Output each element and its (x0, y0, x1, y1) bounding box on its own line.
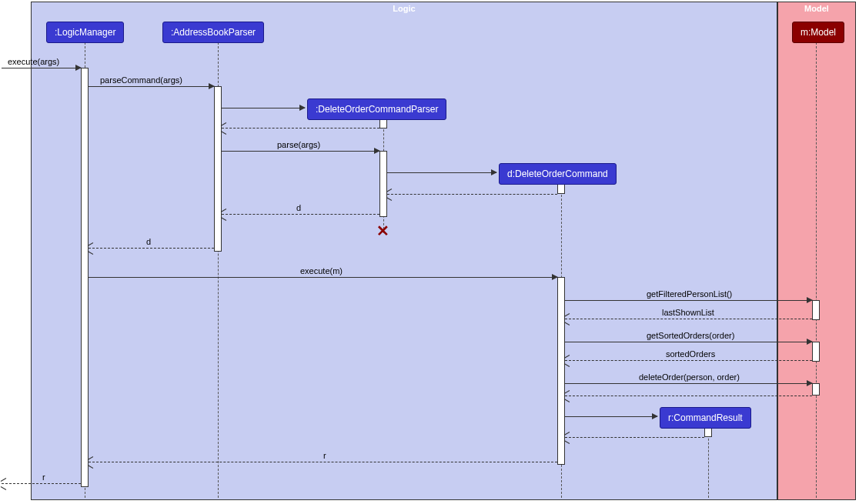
label-execute-args: execute(args) (8, 57, 59, 66)
label-execute-m: execute(m) (300, 266, 343, 275)
participant-result: r:CommandResult (660, 407, 751, 429)
activation-model-2 (812, 342, 820, 362)
label-last-shown: lastShownList (662, 308, 714, 317)
frame-model-title: Model (804, 4, 829, 13)
participant-doc-parser: :DeleteOrderCommandParser (307, 98, 446, 120)
participant-logic-manager: :LogicManager (46, 22, 124, 43)
msg-create-cr (565, 416, 657, 417)
msg-return-r1 (89, 462, 557, 462)
msg-get-sorted (565, 342, 812, 342)
activation-docp-2 (379, 151, 387, 217)
msg-create-docp (222, 108, 305, 108)
label-get-filtered: getFilteredPersonList() (647, 289, 732, 299)
participant-parser: :AddressBookParser (162, 22, 264, 43)
label-delete-order: deleteOrder(person, order) (639, 372, 740, 382)
msg-return-cr (565, 437, 704, 438)
label-return-d2: d (146, 237, 151, 246)
msg-create-doc (387, 172, 496, 173)
label-get-sorted: getSortedOrders(order) (647, 331, 734, 340)
msg-delete-return (565, 396, 812, 396)
msg-execute-m (89, 277, 557, 278)
activation-doc-1 (557, 183, 565, 194)
msg-parse-args (222, 151, 379, 152)
lifeline-result (708, 427, 709, 498)
activation-model-1 (812, 300, 820, 320)
msg-return-docp (222, 128, 379, 129)
msg-return-r2 (2, 483, 81, 484)
destroy-icon: ✕ (376, 222, 389, 240)
label-parse-command: parseCommand(args) (100, 75, 182, 85)
msg-sorted-orders (565, 360, 812, 361)
label-sorted-orders: sortedOrders (666, 349, 715, 359)
label-return-d1: d (296, 203, 301, 212)
msg-return-d1 (222, 214, 379, 215)
msg-parse-command (89, 86, 214, 87)
msg-last-shown (565, 319, 812, 319)
lifeline-model (816, 42, 817, 498)
activation-lm (81, 68, 89, 487)
msg-execute-args (2, 68, 81, 68)
participant-model: m:Model (792, 22, 844, 43)
label-parse-args: parse(args) (277, 140, 320, 149)
msg-get-filtered (565, 300, 812, 301)
frame-model: Model (777, 2, 856, 500)
participant-command: d:DeleteOrderCommand (499, 163, 617, 185)
activation-abp (214, 86, 222, 252)
label-return-r2: r (42, 472, 45, 482)
msg-delete-order (565, 383, 812, 384)
label-return-r1: r (323, 451, 326, 460)
frame-logic-title: Logic (393, 4, 415, 13)
sequence-diagram: Logic Model :LogicManager :AddressBookPa… (0, 0, 859, 504)
activation-model-3 (812, 383, 820, 396)
msg-return-doc (387, 194, 557, 195)
msg-return-d2 (89, 248, 214, 249)
